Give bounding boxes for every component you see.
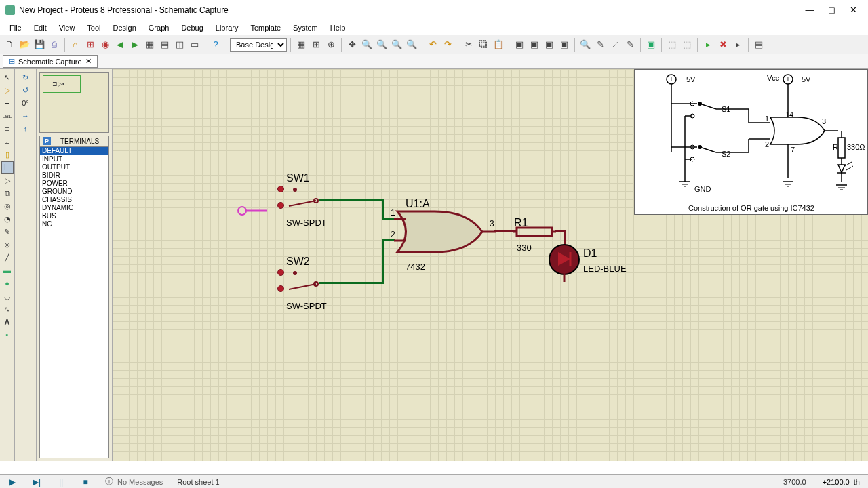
redo-icon[interactable]: ↷ [441,38,454,52]
list-item[interactable]: CHASSIS [40,196,108,204]
menu-help[interactable]: Help [325,22,351,33]
snap-icon[interactable]: ⊞ [309,38,323,52]
menu-debug[interactable]: Debug [176,22,208,33]
or-gate-symbol[interactable] [394,208,496,256]
menu-design[interactable]: Design [108,22,142,33]
zoom-in-icon[interactable]: 🔍 [360,38,374,52]
wire[interactable] [382,239,395,241]
overview-panel[interactable]: ⊐▷• [39,72,109,133]
subcircuit-mode-icon[interactable]: ▯ [1,148,14,161]
terminals-list[interactable]: DEFAULT INPUT OUTPUT BIDIR POWER GROUND … [39,146,109,458]
block-move-icon[interactable]: ▣ [528,38,541,52]
terminal-mode-icon[interactable]: ⊢ [1,161,14,174]
tape-mode-icon[interactable]: ◎ [1,200,14,212]
sw2-pin-a[interactable] [277,269,284,276]
line-mode-icon[interactable]: ╱ [1,251,14,264]
led-symbol[interactable] [547,243,581,283]
menu-library[interactable]: Library [210,22,244,33]
circle-mode-icon[interactable]: ● [1,277,14,289]
sw1-pin-a[interactable] [277,186,284,192]
tool4-icon[interactable]: ✎ [623,38,637,52]
menu-graph[interactable]: Graph [143,22,175,33]
list-item[interactable]: OUTPUT [40,163,108,171]
property-icon[interactable]: ✎ [593,38,607,52]
zoom-out-icon[interactable]: 🔍 [375,38,389,52]
menu-view[interactable]: View [54,22,81,33]
help-icon[interactable]: ? [209,38,222,52]
toggle-grid-icon[interactable]: ▦ [294,38,308,52]
tab-schematic[interactable]: ⊞ Schematic Capture ✕ [3,55,98,68]
prev-icon[interactable]: ◀ [113,38,127,52]
text2-mode-icon[interactable]: A [1,316,14,328]
save-icon[interactable]: 💾 [33,38,46,52]
maximize-button[interactable]: ◻ [822,5,841,15]
instrument-mode-icon[interactable]: ⊚ [1,239,14,251]
block-rotate-icon[interactable]: ▣ [542,38,556,52]
report-icon[interactable]: ✖ [716,38,730,52]
wire[interactable] [382,241,384,284]
schematic-canvas[interactable]: SW1 SW-SPDT SW2 SW-SPDT U1:A 7432 1 2 3 [113,69,868,461]
code-icon[interactable]: ▤ [158,38,172,52]
bus-mode-icon[interactable]: ⫠ [1,136,14,148]
close-button[interactable]: ✕ [844,5,863,15]
marker-mode-icon[interactable]: + [1,342,14,354]
generator-mode-icon[interactable]: ◔ [1,213,14,225]
wire[interactable] [319,199,384,201]
gerber-icon[interactable]: ▭ [188,38,201,52]
mirror-h-icon[interactable]: ↔ [17,110,35,122]
design-variant-combo[interactable]: Base Design [230,38,287,52]
list-item[interactable]: POWER [40,180,108,188]
new-icon[interactable]: 🗋 [3,38,16,52]
selection-mode-icon[interactable]: ↖ [1,71,14,83]
pause-button[interactable]: || [49,477,73,487]
menu-system[interactable]: System [288,22,323,33]
list-item[interactable]: BUS [40,212,108,220]
symbol-mode-icon[interactable]: ▪ [1,329,14,341]
arc-mode-icon[interactable]: ◡ [1,290,14,302]
compile-icon[interactable]: ▸ [701,38,715,52]
cut-icon[interactable]: ✂ [462,38,475,52]
menu-template[interactable]: Template [245,22,286,33]
save-all-icon[interactable]: ⎙ [47,38,61,52]
copy-icon[interactable]: ⿻ [477,38,490,52]
packaging-icon[interactable]: ⬚ [665,38,679,52]
decompose-icon[interactable]: ⬚ [680,38,694,52]
wire[interactable] [319,282,384,284]
play-button[interactable]: ▶ [0,477,24,487]
bom-icon[interactable]: ▦ [143,38,157,52]
pcb-icon[interactable]: ◉ [98,38,112,52]
tab-close-icon[interactable]: ✕ [85,57,92,66]
open-icon[interactable]: 📂 [18,38,31,52]
3d-icon[interactable]: ◫ [173,38,186,52]
next-icon[interactable]: ▶ [128,38,142,52]
menu-edit[interactable]: Edit [28,22,52,33]
stop-button[interactable]: ■ [73,477,98,487]
box-mode-icon[interactable]: ▬ [1,264,14,277]
minimize-button[interactable]: — [800,5,819,15]
rotate-cw-icon[interactable]: ↻ [17,71,35,83]
list-item[interactable]: DEFAULT [40,147,108,155]
list-item[interactable]: NC [40,220,108,228]
list-item[interactable]: INPUT [40,155,108,163]
sw1-pin-b[interactable] [277,202,284,209]
path-mode-icon[interactable]: ∿ [1,303,14,315]
probe-mode-icon[interactable]: ✎ [1,226,14,238]
resistor-symbol[interactable] [513,226,556,239]
origin-icon[interactable]: ⊕ [324,38,338,52]
p-icon[interactable]: P [43,137,51,145]
list-item[interactable]: BIDIR [40,171,108,180]
messages-area[interactable]: ⓘ No Messages [98,476,170,487]
menu-file[interactable]: File [4,22,27,33]
label-mode-icon[interactable]: LBL [1,110,14,122]
make-device-icon[interactable]: ▣ [644,38,658,52]
paste-icon[interactable]: 📋 [492,38,505,52]
text-mode-icon[interactable]: ≡ [1,123,14,135]
pin-mode-icon[interactable]: ▷ [1,174,14,186]
wire-tool-icon[interactable]: ⟋ [608,38,622,52]
wire[interactable] [382,218,395,220]
graph-mode-icon[interactable]: ⧉ [1,187,14,199]
rotate-ccw-icon[interactable]: ↺ [17,84,35,96]
block-delete-icon[interactable]: ▣ [557,38,571,52]
block-copy-icon[interactable]: ▣ [513,38,526,52]
list-item[interactable]: GROUND [40,188,108,196]
